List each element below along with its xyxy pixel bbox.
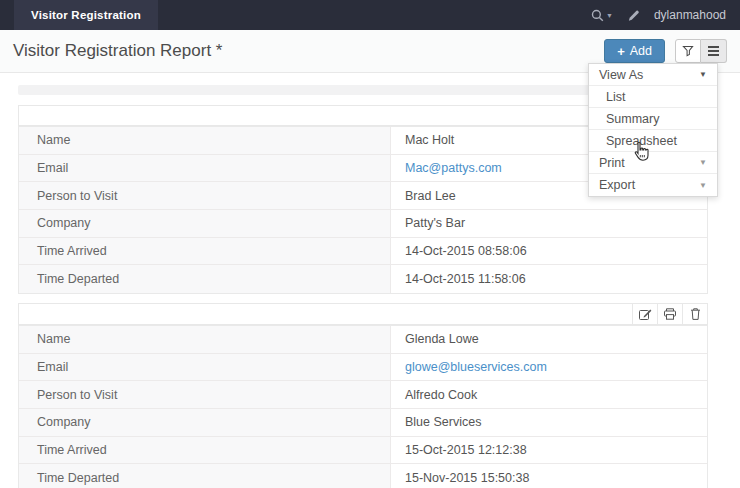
field-value: Glenda Lowe (391, 326, 707, 353)
table-row: Company Blue Services (19, 409, 707, 437)
table-row: Name Glenda Lowe (19, 326, 707, 354)
field-label: Person to Visit (19, 381, 391, 408)
menu-item-label: Spreadsheet (606, 134, 677, 148)
filter-funnel-icon (682, 45, 694, 57)
plus-icon: + (617, 44, 625, 59)
table-row: Company Patty's Bar (19, 210, 707, 238)
menu-item-label: Summary (606, 112, 659, 126)
field-label: Company (19, 210, 391, 237)
field-value: 15-Oct-2015 12:12:38 (391, 437, 707, 464)
table-row: Time Arrived 15-Oct-2015 12:12:38 (19, 437, 707, 465)
pencil-icon (627, 9, 640, 22)
table-row: Email glowe@blueservices.com (19, 354, 707, 382)
page-title: Visitor Registration Report * (13, 41, 222, 61)
field-label: Time Departed (19, 265, 391, 293)
field-label: Time Departed (19, 464, 391, 488)
username[interactable]: dylanmahood (654, 8, 726, 22)
view-options-menu: View As ▼ List Summary Spreadsheet Print… (588, 63, 718, 197)
menu-item-summary[interactable]: Summary (589, 108, 717, 130)
chevron-down-icon: ▼ (606, 12, 613, 19)
app-tab-label: Visitor Registration (31, 9, 141, 21)
field-label: Name (19, 127, 391, 154)
field-label: Company (19, 409, 391, 436)
field-label: Time Arrived (19, 238, 391, 265)
search-button[interactable]: ▼ (591, 9, 613, 22)
view-button-group (675, 39, 727, 63)
search-icon (591, 9, 604, 22)
field-value: 14-Oct-2015 11:58:06 (391, 265, 707, 293)
field-label: Time Arrived (19, 437, 391, 464)
topbar-right: ▼ dylanmahood (591, 8, 740, 22)
menu-item-print[interactable]: Print ▼ (589, 152, 717, 174)
record2-action-row (18, 303, 708, 325)
field-label: Person to Visit (19, 182, 391, 209)
filter-button[interactable] (675, 39, 701, 63)
field-value: 14-Oct-2015 08:58:06 (391, 238, 707, 265)
menu-item-label: Print (599, 156, 625, 170)
edit-mode-button[interactable] (627, 9, 640, 22)
add-button[interactable]: + Add (604, 39, 665, 63)
field-label: Email (19, 354, 391, 381)
table-row: Time Arrived 14-Oct-2015 08:58:06 (19, 238, 707, 266)
print-icon (663, 307, 677, 321)
menu-item-view-as[interactable]: View As ▼ (589, 64, 717, 86)
menu-item-spreadsheet[interactable]: Spreadsheet (589, 130, 717, 152)
menu-item-list[interactable]: List (589, 86, 717, 108)
chevron-down-icon: ▼ (699, 181, 707, 190)
table-row: Person to Visit Alfredo Cook (19, 381, 707, 409)
field-value: Patty's Bar (391, 210, 707, 237)
field-label: Email (19, 155, 391, 182)
header-actions: + Add (604, 39, 727, 63)
record2-delete-button[interactable] (682, 304, 707, 324)
add-button-label: Add (630, 44, 652, 58)
email-link[interactable]: glowe@blueservices.com (391, 354, 707, 381)
menu-item-label: List (606, 90, 625, 104)
record2-table: Name Glenda Lowe Email glowe@blueservice… (18, 325, 708, 488)
menu-item-export[interactable]: Export ▼ (589, 174, 717, 196)
chevron-down-icon: ▼ (699, 70, 707, 79)
menu-item-label: View As (599, 68, 643, 82)
menu-item-label: Export (599, 178, 635, 192)
table-row: Time Departed 14-Oct-2015 11:58:06 (19, 265, 707, 293)
field-value: Blue Services (391, 409, 707, 436)
field-value: Alfredo Cook (391, 381, 707, 408)
record2-print-button[interactable] (657, 304, 682, 324)
chevron-down-icon: ▼ (699, 158, 707, 167)
record2-edit-button[interactable] (632, 304, 657, 324)
table-row: Time Departed 15-Nov-2015 15:50:38 (19, 464, 707, 488)
app-tab-visitor-registration[interactable]: Visitor Registration (14, 0, 158, 30)
more-options-button[interactable] (701, 39, 727, 63)
trash-icon (689, 307, 702, 321)
topbar: Visitor Registration ▼ dylanmahood (0, 0, 740, 30)
edit-icon (638, 307, 652, 321)
field-label: Name (19, 326, 391, 353)
field-value: 15-Nov-2015 15:50:38 (391, 464, 707, 488)
hamburger-icon (708, 46, 719, 56)
